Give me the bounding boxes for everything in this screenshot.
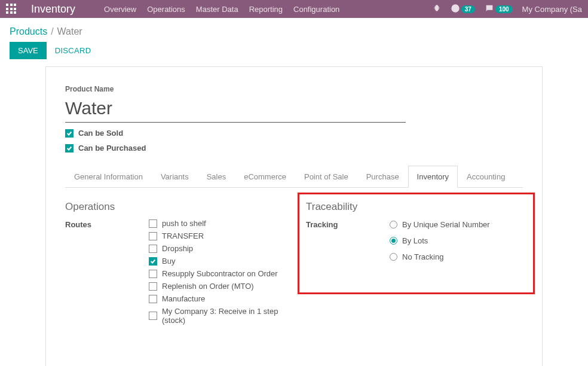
nav-master-data[interactable]: Master Data xyxy=(196,5,238,14)
traceability-heading: Traceability xyxy=(306,201,523,213)
tab-purchase[interactable]: Purchase xyxy=(357,166,408,188)
company-selector[interactable]: My Company (Sa xyxy=(522,5,582,14)
route-checkbox[interactable] xyxy=(149,295,157,303)
route-label: Dropship xyxy=(162,244,193,253)
route-checkbox[interactable] xyxy=(149,312,157,320)
can-be-purchased-label: Can be Purchased xyxy=(78,144,146,152)
route-checkbox[interactable] xyxy=(149,282,157,291)
tab-point-of-sale[interactable]: Point of Sale xyxy=(295,166,357,188)
route-item: Replenish on Order (MTO) xyxy=(149,282,282,291)
product-name-input[interactable] xyxy=(65,97,406,123)
route-item: Resupply Subcontractor on Order xyxy=(149,269,282,278)
breadcrumb-separator: / xyxy=(51,26,53,37)
breadcrumb-current: Water xyxy=(57,26,82,37)
tab-general-information[interactable]: General Information xyxy=(65,166,152,188)
tab-sales[interactable]: Sales xyxy=(198,166,235,188)
route-item: push to shelf xyxy=(149,219,282,228)
route-item: Dropship xyxy=(149,244,282,253)
activity-badge: 37 xyxy=(461,5,475,13)
debug-icon[interactable] xyxy=(433,4,441,14)
route-checkbox[interactable] xyxy=(149,219,157,228)
route-checkbox[interactable] xyxy=(149,232,157,240)
action-bar: SAVE DISCARD xyxy=(0,42,588,66)
route-item: Manufacture xyxy=(149,294,282,303)
tab-accounting[interactable]: Accounting xyxy=(458,166,514,188)
form-sheet: Product Name Can be Sold Can be Purchase… xyxy=(45,66,543,366)
routes-list: push to shelfTRANSFERDropshipBuyResupply… xyxy=(149,219,282,325)
routes-label: Routes xyxy=(65,219,137,229)
tracking-option[interactable]: By Unique Serial Number xyxy=(390,220,490,229)
can-be-sold-label: Can be Sold xyxy=(78,129,123,138)
route-item: My Company 3: Receive in 1 step (stock) xyxy=(149,307,282,325)
route-label: Resupply Subcontractor on Order xyxy=(162,269,278,278)
product-name-label: Product Name xyxy=(65,85,523,93)
route-checkbox[interactable] xyxy=(149,270,157,278)
discard-button[interactable]: DISCARD xyxy=(55,46,91,55)
apps-icon[interactable] xyxy=(6,4,17,14)
route-label: My Company 3: Receive in 1 step (stock) xyxy=(162,307,282,325)
activity-indicator[interactable]: 37 xyxy=(451,4,475,15)
tab-inventory[interactable]: Inventory xyxy=(408,166,458,188)
route-label: Buy xyxy=(162,257,175,266)
radio-label: By Unique Serial Number xyxy=(402,220,490,229)
topbar: Inventory Overview Operations Master Dat… xyxy=(0,0,588,18)
can-be-purchased-checkbox[interactable] xyxy=(65,144,74,152)
radio-button[interactable] xyxy=(390,253,397,261)
operations-heading: Operations xyxy=(65,201,282,213)
route-label: Replenish on Order (MTO) xyxy=(162,282,254,291)
chat-icon xyxy=(485,4,494,15)
tracking-option[interactable]: By Lots xyxy=(390,236,490,245)
nav-reporting[interactable]: Reporting xyxy=(249,5,283,14)
messages-badge: 100 xyxy=(495,5,513,13)
radio-label: By Lots xyxy=(402,236,428,245)
nav-operations[interactable]: Operations xyxy=(147,5,185,14)
tracking-options: By Unique Serial NumberBy LotsNo Trackin… xyxy=(390,220,490,261)
route-label: Manufacture xyxy=(162,294,205,303)
tab-ecommerce[interactable]: eCommerce xyxy=(235,166,295,188)
tracking-option[interactable]: No Tracking xyxy=(390,252,490,261)
can-be-sold-checkbox[interactable] xyxy=(65,129,74,138)
breadcrumb-parent[interactable]: Products xyxy=(10,26,47,37)
module-brand[interactable]: Inventory xyxy=(31,3,75,16)
route-label: TRANSFER xyxy=(162,231,204,240)
route-label: push to shelf xyxy=(162,219,206,228)
route-checkbox[interactable] xyxy=(149,257,157,266)
tabs: General Information Variants Sales eComm… xyxy=(65,166,523,188)
messages-indicator[interactable]: 100 xyxy=(485,4,513,15)
nav-configuration[interactable]: Configuration xyxy=(293,5,339,14)
radio-button[interactable] xyxy=(390,221,397,228)
route-item: TRANSFER xyxy=(149,231,282,240)
clock-icon xyxy=(451,4,460,15)
route-checkbox[interactable] xyxy=(149,245,157,253)
route-item: Buy xyxy=(149,257,282,266)
save-button[interactable]: SAVE xyxy=(10,42,47,59)
breadcrumb: Products / Water xyxy=(0,18,588,42)
main-nav: Overview Operations Master Data Reportin… xyxy=(104,5,339,14)
nav-overview[interactable]: Overview xyxy=(104,5,136,14)
tracking-label: Tracking xyxy=(306,219,378,229)
radio-label: No Tracking xyxy=(402,252,443,261)
radio-button[interactable] xyxy=(390,237,397,245)
tab-variants[interactable]: Variants xyxy=(152,166,198,188)
